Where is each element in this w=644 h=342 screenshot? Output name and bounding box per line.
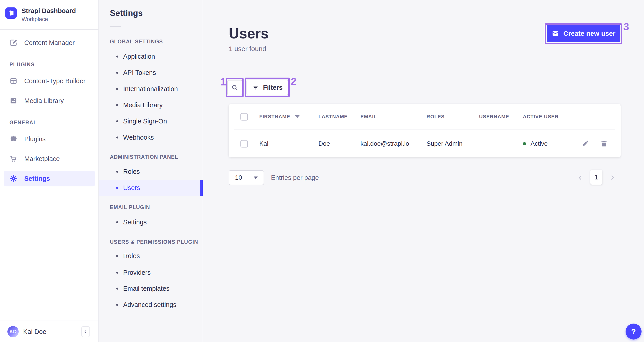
search-icon [231,84,239,92]
create-new-user-button[interactable]: Create new user [547,25,620,42]
sidebar-collapse-button[interactable] [81,326,90,337]
subnav-item-email-templates[interactable]: Email templates [99,281,203,296]
strapi-logo-icon [6,8,17,19]
bullet-icon [116,288,118,290]
sidebar-item-marketplace[interactable]: Marketplace [4,151,95,167]
pagination-previous-button[interactable] [575,172,586,183]
table-header-row: FIRSTNAME LASTNAME EMAIL ROLES USERNAME … [229,104,621,130]
content-manager-icon [10,39,18,47]
trash-icon [600,140,608,148]
sidebar-item-content-type-builder[interactable]: Content-Type Builder [4,73,95,89]
subnav-item-users[interactable]: Users [99,180,203,196]
cell-active-status: Active [523,140,576,147]
edit-user-button[interactable] [580,139,590,149]
subnav-item-label: Application [123,53,155,60]
pencil-icon [581,140,589,148]
subnav-item-label: Webhooks [123,134,154,141]
column-header-firstname[interactable]: FIRSTNAME [259,114,318,120]
subnav-item-media-library[interactable]: Media Library [99,97,203,113]
delete-user-button[interactable] [599,139,609,149]
select-all-checkbox[interactable] [240,113,248,121]
table-row[interactable]: Kai Doe kai.doe@strapi.io Super Admin - … [229,130,621,157]
column-header-username[interactable]: USERNAME [479,114,523,120]
subnav-item-webhooks[interactable]: Webhooks [99,130,203,145]
annotation-label-1: 1 [220,77,226,87]
user-name: Kai Doe [23,328,46,335]
search-button[interactable] [227,80,242,95]
pagination-page-1[interactable]: 1 [590,170,602,185]
pagination-next-button[interactable] [607,172,618,183]
subnav-item-roles-up[interactable]: Roles [99,248,203,264]
subnav-item-label: Media Library [123,101,163,109]
status-badge: Active [530,140,548,147]
sidebar-item-label: Marketplace [24,155,60,163]
subnav-item-label: Single Sign-On [123,118,167,125]
bullet-icon [116,72,118,74]
cell-roles: Super Admin [426,140,479,147]
subnav-item-api-tokens[interactable]: API Tokens [99,65,203,81]
sidebar-item-label: Settings [24,175,50,182]
settings-subnav: Settings GLOBAL SETTINGS Application API… [99,0,203,342]
subnav-item-internationalization[interactable]: Internationalization [99,81,203,97]
subnav-section-email-plugin: EMAIL PLUGIN [110,204,150,210]
subnav-item-roles-admin[interactable]: Roles [99,164,203,179]
subnav-item-providers[interactable]: Providers [99,265,203,280]
subnav-item-label: Providers [123,269,151,276]
bullet-icon [116,137,118,139]
subnav-item-label: Internationalization [123,85,178,93]
subnav-item-label: Roles [123,168,140,175]
sidebar-item-label: Content Manager [24,39,74,47]
bullet-icon [116,88,118,90]
bullet-icon [116,187,118,189]
page-title: Users [229,25,269,42]
entries-per-page-value: 10 [235,174,242,181]
subnav-item-application[interactable]: Application [99,49,203,64]
subnav-title: Settings [110,9,143,18]
subnav-section-users-permissions-plugin: USERS & PERMISSIONS PLUGIN [110,239,198,245]
active-status-dot-icon [523,142,526,145]
sidebar-item-content-manager[interactable]: Content Manager [4,35,95,51]
annotation-label-3: 3 [623,22,629,32]
help-button[interactable]: ? [626,323,642,339]
brand-block[interactable]: Strapi Dashboard Workplace [6,8,76,23]
subnav-item-advanced-settings[interactable]: Advanced settings [99,297,203,312]
subnav-item-label: Roles [123,252,140,260]
filters-button[interactable]: Filters [246,80,288,95]
sidebar-item-plugins[interactable]: Plugins [4,131,95,147]
active-indicator-bar [200,180,203,196]
subnav-item-label: Email templates [123,285,170,292]
envelope-icon [552,30,559,37]
workspace-name: Workplace [22,16,76,23]
column-header-active-user[interactable]: ACTIVE USER [523,114,576,120]
chevron-left-icon [577,175,583,181]
row-checkbox[interactable] [240,140,248,148]
settings-gear-icon [10,174,18,183]
sidebar-item-media-library[interactable]: Media Library [4,93,95,109]
column-header-roles[interactable]: ROLES [426,114,479,120]
entries-per-page-label: Entries per page [271,174,319,181]
plugins-icon [10,135,18,143]
subnav-item-email-settings[interactable]: Settings [99,214,203,230]
sort-caret-icon [295,115,300,118]
cell-lastname: Doe [318,140,360,147]
column-header-lastname[interactable]: LASTNAME [318,114,360,120]
strapi-admin-app: Strapi Dashboard Workplace Content Manag… [0,0,644,342]
users-table: FIRSTNAME LASTNAME EMAIL ROLES USERNAME … [229,104,621,157]
subnav-item-single-sign-on[interactable]: Single Sign-On [99,113,203,129]
annotation-label-2: 2 [291,76,296,87]
sidebar-item-label: Media Library [24,97,64,105]
subnav-section-administration-panel: ADMINISTRATION PANEL [110,154,178,160]
marketplace-cart-icon [10,155,18,163]
entries-per-page-select[interactable]: 10 [229,170,264,185]
subnav-item-label: Settings [123,219,147,226]
sidebar-item-settings[interactable]: Settings [4,171,95,186]
user-avatar[interactable]: KD [8,326,19,337]
chevron-left-icon [83,329,88,334]
main-sidebar: Strapi Dashboard Workplace Content Manag… [0,0,99,342]
cell-firstname: Kai [259,140,318,147]
app-title: Strapi Dashboard [22,8,76,15]
column-header-email[interactable]: EMAIL [360,114,426,120]
create-new-user-label: Create new user [563,30,616,37]
bullet-icon [116,304,118,306]
cell-email: kai.doe@strapi.io [360,140,426,147]
